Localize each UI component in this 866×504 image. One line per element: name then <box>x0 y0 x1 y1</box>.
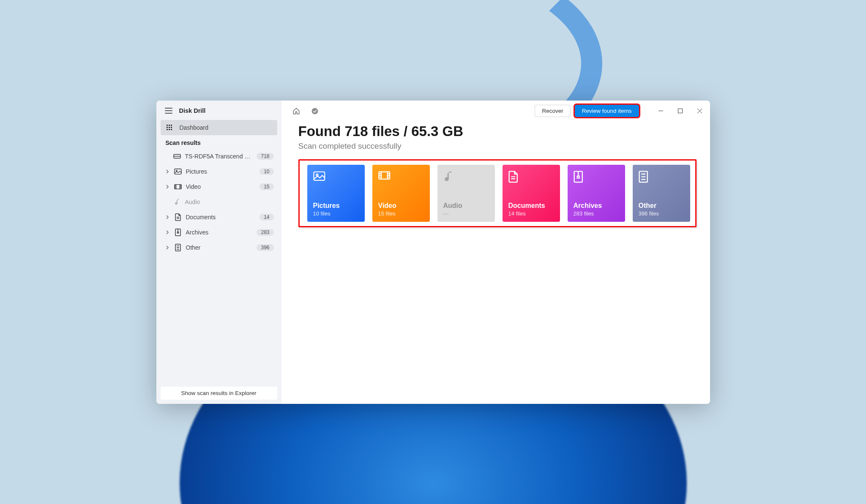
document-icon <box>508 171 524 186</box>
svg-rect-4 <box>169 127 170 128</box>
maximize-button[interactable] <box>671 105 690 117</box>
document-icon <box>174 213 182 221</box>
archive-icon <box>574 171 589 186</box>
window-controls <box>652 105 709 117</box>
category-card-audio[interactable]: Audio— <box>437 165 495 222</box>
sidebar-footer: Show scan results in Explorer <box>156 382 281 404</box>
count-badge: 283 <box>257 229 273 236</box>
sidebar-item-label: Documents <box>186 214 256 221</box>
card-title: Archives <box>574 202 619 210</box>
hamburger-icon[interactable] <box>165 108 172 114</box>
svg-rect-7 <box>169 129 170 130</box>
svg-rect-32 <box>678 109 683 113</box>
sidebar-item-label: Audio <box>185 199 274 205</box>
sidebar-item-dashboard[interactable]: Dashboard <box>161 120 277 135</box>
category-card-other[interactable]: Other396 files <box>633 165 690 222</box>
svg-rect-1 <box>169 125 170 126</box>
sidebar-item-ts-rdf5a-transcend-us[interactable]: TS-RDF5A Transcend US…718 <box>161 149 277 164</box>
other-icon <box>639 171 654 186</box>
svg-point-36 <box>316 174 318 175</box>
sidebar-item-label: Other <box>186 244 253 251</box>
svg-rect-50 <box>577 176 579 178</box>
sidebar-item-video[interactable]: Video15 <box>161 179 277 194</box>
sidebar-item-documents[interactable]: Documents14 <box>161 210 277 225</box>
chevron-right-icon <box>165 215 170 220</box>
category-card-video[interactable]: Video15 files <box>372 165 430 222</box>
chevron-right-icon <box>165 169 170 174</box>
count-badge: 10 <box>260 168 273 175</box>
video-icon <box>174 183 182 191</box>
sidebar-header: Disk Drill <box>156 101 281 120</box>
count-badge: 15 <box>260 183 273 190</box>
svg-point-30 <box>311 108 318 114</box>
sidebar-item-archives[interactable]: Archives283 <box>161 225 277 240</box>
svg-point-11 <box>176 170 177 171</box>
close-button[interactable] <box>691 105 709 117</box>
app-title: Disk Drill <box>179 107 206 114</box>
count-badge: 396 <box>257 244 273 251</box>
chevron-right-icon <box>165 245 170 250</box>
picture-icon <box>313 171 328 186</box>
category-cards-row: Pictures10 filesVideo15 filesAudio—Docum… <box>298 159 697 227</box>
sidebar-item-pictures[interactable]: Pictures10 <box>161 164 277 179</box>
svg-rect-5 <box>171 127 172 128</box>
archive-icon <box>174 229 182 236</box>
home-icon[interactable] <box>292 106 301 116</box>
svg-rect-0 <box>167 125 168 126</box>
sidebar-item-label: Dashboard <box>180 124 209 131</box>
svg-rect-25 <box>177 232 178 233</box>
card-title: Audio <box>443 202 489 210</box>
count-badge: 718 <box>257 153 273 160</box>
sidebar-item-other[interactable]: Other396 <box>161 240 277 255</box>
review-found-items-button[interactable]: Review found items <box>575 105 639 117</box>
other-icon <box>174 244 182 251</box>
card-subtitle: 283 files <box>574 210 619 217</box>
sidebar-item-label: Video <box>186 183 256 190</box>
sidebar-item-label: Archives <box>186 229 253 236</box>
sidebar-tree: TS-RDF5A Transcend US…718Pictures10Video… <box>161 149 277 255</box>
sidebar-item-label: Pictures <box>186 168 256 175</box>
svg-rect-6 <box>167 129 168 130</box>
sidebar-section-header: Scan results <box>161 135 277 149</box>
category-card-archives[interactable]: Archives283 files <box>568 165 625 222</box>
chevron-right-icon <box>165 184 170 189</box>
toolbar: Recover Review found items <box>281 101 710 122</box>
sidebar-item-label: TS-RDF5A Transcend US… <box>185 153 253 160</box>
svg-rect-2 <box>171 125 172 126</box>
card-subtitle: — <box>443 210 489 217</box>
category-card-pictures[interactable]: Pictures10 files <box>307 165 365 222</box>
drive-icon <box>173 153 181 160</box>
sidebar: Disk Drill Dashboard Scan results TS-RDF… <box>156 101 281 404</box>
svg-rect-3 <box>167 127 168 128</box>
chevron-right-icon <box>165 230 170 235</box>
card-subtitle: 14 files <box>508 210 554 217</box>
main-panel: Recover Review found items Found 718 fil… <box>281 101 710 404</box>
card-title: Pictures <box>313 202 359 210</box>
picture-icon <box>174 168 182 175</box>
count-badge: 14 <box>260 214 273 221</box>
sidebar-menu: Dashboard Scan results TS-RDF5A Transcen… <box>156 120 281 382</box>
card-subtitle: 10 files <box>313 210 359 217</box>
check-badge-icon[interactable] <box>310 106 320 116</box>
card-title: Video <box>378 202 424 210</box>
svg-rect-8 <box>171 129 172 130</box>
category-card-documents[interactable]: Documents14 files <box>503 165 560 222</box>
content: Found 718 files / 65.3 GB Scan completed… <box>281 122 710 236</box>
card-title: Other <box>639 202 684 210</box>
card-subtitle: 396 files <box>639 210 684 217</box>
page-title: Found 718 files / 65.3 GB <box>298 123 697 139</box>
audio-icon <box>173 198 181 206</box>
sidebar-item-audio[interactable]: Audio <box>161 194 277 210</box>
video-icon <box>378 171 393 186</box>
card-title: Documents <box>508 202 554 210</box>
show-in-explorer-button[interactable]: Show scan results in Explorer <box>161 387 277 400</box>
card-subtitle: 15 files <box>378 210 424 217</box>
grid-icon <box>166 124 173 131</box>
recover-button[interactable]: Recover <box>535 105 570 117</box>
page-subtitle: Scan completed successfully <box>298 142 697 151</box>
audio-icon <box>443 171 459 186</box>
app-window: Disk Drill Dashboard Scan results TS-RDF… <box>156 101 710 404</box>
minimize-button[interactable] <box>652 105 670 117</box>
